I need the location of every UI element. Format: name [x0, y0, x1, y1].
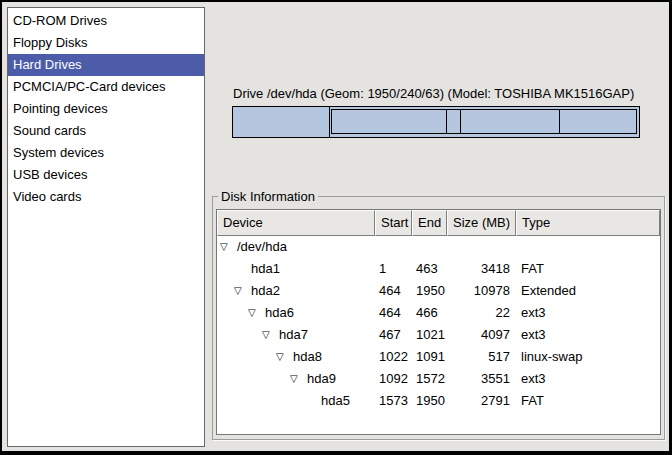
device-cell: ▽ hda7 [217, 324, 375, 346]
type-cell: FAT [516, 258, 660, 280]
type-cell: ext3 [516, 324, 660, 346]
table-row-hda1[interactable]: hda1 1 463 3418 FAT [217, 258, 660, 280]
device-cell: hda5 [217, 390, 375, 412]
size-cell: 22 [447, 302, 516, 324]
device-name: hda7 [279, 324, 308, 346]
table-row-hda2[interactable]: ▽ hda2 464 1950 10978 Extended [217, 280, 660, 302]
device-cell: ▽ hda6 [217, 302, 375, 324]
expander-icon[interactable]: ▽ [220, 236, 237, 258]
disk-information-groupbox: Disk Information Device Start End Size (… [212, 196, 665, 440]
sidebar-item-cdrom-drives[interactable]: CD-ROM Drives [8, 10, 204, 32]
size-cell: 2791 [447, 390, 516, 412]
sidebar-item-floppy-disks[interactable]: Floppy Disks [8, 32, 204, 54]
table-row-hda7[interactable]: ▽ hda7 467 1021 4097 ext3 [217, 324, 660, 346]
header-start[interactable]: Start [375, 210, 412, 236]
end-cell: 466 [412, 302, 447, 324]
sidebar-item-system-devices[interactable]: System devices [8, 142, 204, 164]
expander-icon[interactable]: ▽ [234, 280, 251, 302]
start-cell: 1573 [375, 390, 412, 412]
device-cell: ▽ hda9 [217, 368, 375, 390]
table-row-hda8[interactable]: ▽ hda8 1022 1091 517 linux-swap [217, 346, 660, 368]
sidebar-item-pcmcia-devices[interactable]: PCMCIA/PC-Card devices [8, 76, 204, 98]
header-end[interactable]: End [412, 210, 447, 236]
device-cell: hda1 [217, 258, 375, 280]
device-name: hda2 [251, 280, 280, 302]
partition-map-bar [232, 106, 640, 138]
end-cell: 1021 [412, 324, 447, 346]
partition-segment-hda2-extended [331, 109, 637, 134]
table-row-hda6[interactable]: ▽ hda6 464 466 22 ext3 [217, 302, 660, 324]
type-cell: ext3 [516, 368, 660, 390]
size-cell [447, 236, 516, 258]
header-device[interactable]: Device [217, 210, 375, 236]
end-cell: 1091 [412, 346, 447, 368]
device-cell: ▽ hda2 [217, 280, 375, 302]
device-name: hda9 [307, 368, 336, 390]
size-cell: 10978 [447, 280, 516, 302]
device-name: hda1 [251, 258, 280, 280]
table-row-dev-hda[interactable]: ▽ /dev/hda [217, 236, 660, 258]
hardware-browser-window: CD-ROM Drives Floppy Disks Hard Drives P… [0, 0, 672, 455]
partition-boundary-hda8 [460, 110, 461, 133]
sidebar-item-hard-drives[interactable]: Hard Drives [8, 54, 204, 76]
device-cell: ▽ /dev/hda [217, 236, 375, 258]
end-cell: 1950 [412, 390, 447, 412]
device-name: hda6 [265, 302, 294, 324]
disk-information-label: Disk Information [218, 189, 318, 204]
header-size[interactable]: Size (MB) [447, 210, 516, 236]
type-cell: Extended [516, 280, 660, 302]
sidebar-item-usb-devices[interactable]: USB devices [8, 164, 204, 186]
expander-icon[interactable]: ▽ [290, 368, 307, 390]
start-cell: 1022 [375, 346, 412, 368]
size-cell: 4097 [447, 324, 516, 346]
end-cell [412, 236, 447, 258]
end-cell: 1572 [412, 368, 447, 390]
partition-boundary-hda1 [329, 107, 330, 137]
partition-boundary-hda7 [446, 110, 447, 133]
device-name: hda5 [321, 390, 350, 412]
sidebar-item-sound-cards[interactable]: Sound cards [8, 120, 204, 142]
end-cell: 463 [412, 258, 447, 280]
expander-icon[interactable]: ▽ [276, 346, 293, 368]
type-cell: FAT [516, 390, 660, 412]
table-row-hda5[interactable]: hda5 1573 1950 2791 FAT [217, 390, 660, 412]
table-row-hda9[interactable]: ▽ hda9 1092 1572 3551 ext3 [217, 368, 660, 390]
start-cell [375, 236, 412, 258]
type-cell [516, 236, 660, 258]
size-cell: 3418 [447, 258, 516, 280]
start-cell: 1 [375, 258, 412, 280]
start-cell: 464 [375, 280, 412, 302]
sidebar-item-video-cards[interactable]: Video cards [8, 186, 204, 208]
disk-table: Device Start End Size (MB) Type ▽ /dev/h… [216, 209, 661, 435]
size-cell: 517 [447, 346, 516, 368]
partition-boundary-hda9 [559, 110, 560, 133]
device-name: /dev/hda [237, 236, 287, 258]
end-cell: 1950 [412, 280, 447, 302]
type-cell: ext3 [516, 302, 660, 324]
size-cell: 3551 [447, 368, 516, 390]
start-cell: 1092 [375, 368, 412, 390]
header-type[interactable]: Type [516, 210, 660, 236]
start-cell: 464 [375, 302, 412, 324]
expander-icon[interactable]: ▽ [262, 324, 279, 346]
disk-table-header: Device Start End Size (MB) Type [217, 210, 660, 236]
drive-title: Drive /dev/hda (Geom: 1950/240/63) (Mode… [233, 86, 653, 101]
device-category-list: CD-ROM Drives Floppy Disks Hard Drives P… [7, 7, 205, 447]
device-cell: ▽ hda8 [217, 346, 375, 368]
start-cell: 467 [375, 324, 412, 346]
sidebar-item-pointing-devices[interactable]: Pointing devices [8, 98, 204, 120]
expander-icon[interactable]: ▽ [248, 302, 265, 324]
device-name: hda8 [293, 346, 322, 368]
type-cell: linux-swap [516, 346, 660, 368]
